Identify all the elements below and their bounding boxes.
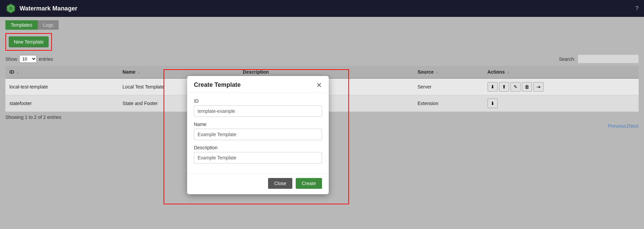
modal-id-group: ID	[194, 98, 322, 117]
row1-download-button[interactable]: ⬇	[488, 82, 498, 92]
modal-description-label: Description	[194, 145, 322, 150]
table-controls: Show 10 25 50 100 entries Search:	[5, 55, 639, 63]
search-input[interactable]	[578, 55, 639, 63]
row2-actions: ⬇	[484, 95, 639, 112]
modal-close-button[interactable]: Close	[268, 178, 292, 189]
modal-close-x-button[interactable]: ✕	[316, 82, 322, 88]
search-area: Search:	[559, 55, 639, 63]
modal-id-label: ID	[194, 98, 322, 104]
header-left: Watermark Manager	[5, 3, 77, 14]
col-id: ID ↕	[5, 66, 118, 78]
row1-delete-button[interactable]: 🗑	[522, 82, 532, 92]
new-template-button[interactable]: New Template	[9, 36, 49, 47]
row2-download-button[interactable]: ⬇	[488, 99, 498, 108]
modal-description-input[interactable]	[194, 152, 322, 163]
modal-header: Create Template ✕	[187, 76, 329, 93]
row1-upload-button[interactable]: ⬆	[499, 82, 509, 92]
sort-actions-icon[interactable]: ↕	[507, 70, 509, 74]
modal-id-input[interactable]	[194, 105, 322, 117]
entries-select[interactable]: 10 25 50 100	[19, 55, 37, 63]
modal-name-group: Name	[194, 122, 322, 140]
col-source: Source ↕	[413, 66, 483, 78]
row2-id: statefooter	[5, 95, 118, 112]
tab-bar: Templates Logs	[5, 20, 639, 30]
row1-id: local-test-template	[5, 78, 118, 95]
col-actions: Actions ↕	[484, 66, 639, 78]
app-title: Watermark Manager	[20, 5, 77, 12]
row1-export-button[interactable]: ⇥	[533, 82, 544, 92]
modal-create-button[interactable]: Create	[296, 178, 322, 189]
row2-source: Extension	[413, 95, 483, 112]
sort-id-icon[interactable]: ↕	[17, 70, 19, 74]
row1-edit-button[interactable]: ✎	[510, 82, 521, 92]
search-label: Search:	[559, 56, 575, 62]
create-template-modal: Create Template ✕ ID Name Description Cl…	[187, 76, 329, 194]
entries-label: entries	[39, 56, 53, 62]
row1-actions: ⬇ ⬆ ✎ 🗑 ⇥	[484, 78, 639, 95]
modal-name-label: Name	[194, 122, 322, 127]
main-content: Templates Logs New Template Show 10 25 5…	[0, 17, 644, 229]
tab-logs[interactable]: Logs	[38, 20, 59, 30]
modal-body: ID Name Description	[187, 93, 329, 174]
row1-source: Server	[413, 78, 483, 95]
show-entries-control: Show 10 25 50 100 entries	[5, 55, 53, 63]
tab-templates[interactable]: Templates	[5, 20, 38, 30]
pagination-link[interactable]: Previous1Next	[608, 123, 639, 129]
modal-name-input[interactable]	[194, 129, 322, 140]
modal-title: Create Template	[194, 81, 241, 88]
sort-source-icon[interactable]: ↕	[436, 70, 438, 74]
app-header: Watermark Manager ?	[0, 0, 644, 17]
show-label: Show	[5, 56, 17, 62]
app-logo	[5, 3, 16, 14]
modal-footer: Close Create	[187, 174, 329, 194]
table-entry-count: Showing 1 to 2 of 2 entries	[5, 114, 61, 120]
sort-name-icon[interactable]: ↕	[138, 70, 140, 74]
help-icon[interactable]: ?	[635, 5, 639, 12]
modal-description-group: Description	[194, 145, 322, 163]
new-template-toolbar: New Template	[5, 33, 52, 51]
